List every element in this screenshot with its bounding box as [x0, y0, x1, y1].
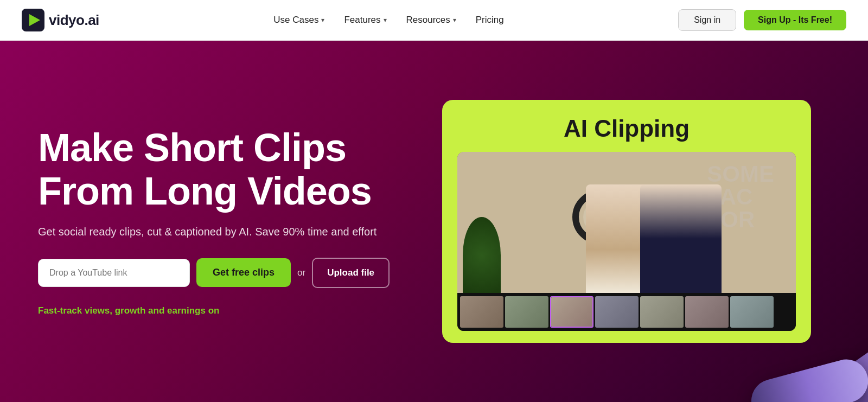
hero-section: Make Short Clips From Long Videos Get so…	[0, 41, 868, 402]
signin-button[interactable]: Sign in	[678, 9, 736, 31]
nav-actions: Sign in Sign Up - Its Free!	[678, 9, 846, 31]
tube-shape-2	[746, 355, 868, 402]
plant-decoration	[463, 217, 501, 293]
person-right	[640, 184, 722, 293]
film-thumb[interactable]	[685, 296, 729, 328]
nav-features[interactable]: Features ▾	[344, 15, 386, 25]
hero-input-row: Get free clips or Upload file	[38, 258, 418, 288]
chevron-down-icon: ▾	[453, 16, 456, 24]
film-thumb[interactable]	[640, 296, 684, 328]
nav-pricing[interactable]: Pricing	[476, 15, 504, 25]
chevron-down-icon: ▾	[321, 16, 324, 24]
youtube-url-input[interactable]	[38, 259, 190, 287]
film-thumb[interactable]	[505, 296, 548, 328]
logo-text: vidyo.ai	[49, 12, 99, 29]
hero-subtitle: Get social ready clips, cut & captioned …	[38, 226, 418, 238]
hero-left: Make Short Clips From Long Videos Get so…	[38, 126, 418, 316]
film-thumb[interactable]	[460, 296, 503, 328]
film-thumb[interactable]	[730, 296, 774, 328]
upload-file-button[interactable]: Upload file	[312, 258, 390, 288]
hero-tagline: Fast-track views, growth and earnings on	[38, 305, 418, 316]
or-separator: or	[297, 267, 305, 278]
film-thumb-selected[interactable]	[550, 296, 593, 328]
filmstrip	[457, 293, 796, 331]
nav-use-cases[interactable]: Use Cases ▾	[273, 15, 324, 25]
ai-clipping-card: AI Clipping SOMEFACTOR	[442, 100, 811, 343]
film-thumb[interactable]	[595, 296, 639, 328]
video-preview: SOMEFACTOR	[457, 152, 796, 331]
signup-button[interactable]: Sign Up - Its Free!	[744, 10, 846, 30]
logo[interactable]: vidyo.ai	[22, 9, 99, 31]
video-scene: SOMEFACTOR	[457, 152, 796, 293]
hero-right: AI Clipping SOMEFACTOR	[418, 100, 835, 343]
video-main: SOMEFACTOR	[457, 152, 796, 293]
nav-links: Use Cases ▾ Features ▾ Resources ▾ Prici…	[273, 15, 503, 25]
hero-title: Make Short Clips From Long Videos	[38, 126, 418, 212]
chevron-down-icon: ▾	[384, 16, 387, 24]
ai-card-title: AI Clipping	[457, 115, 796, 142]
get-free-clips-button[interactable]: Get free clips	[196, 258, 291, 287]
nav-resources[interactable]: Resources ▾	[406, 15, 456, 25]
navbar: vidyo.ai Use Cases ▾ Features ▾ Resource…	[0, 0, 868, 41]
